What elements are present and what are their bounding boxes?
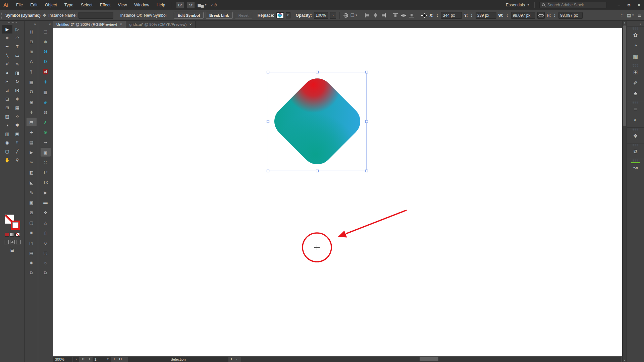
eraser-tool[interactable]: ◨ xyxy=(12,68,22,77)
eyedropper-tool[interactable]: ✧ xyxy=(12,112,22,121)
opacity-flyout-button[interactable]: › xyxy=(330,12,336,19)
panel-icon-export[interactable]: ➔ xyxy=(26,128,37,136)
document-tab-2[interactable]: grids.ai* @ 50% (CMYK/Preview)✕ xyxy=(126,21,196,28)
panel-icon-dots[interactable]: ∷ xyxy=(41,158,51,167)
arrange-icon[interactable]: ❏▼ xyxy=(351,13,358,18)
panel-icon-rows[interactable]: ▤ xyxy=(26,138,37,146)
panel-icon-copy[interactable]: ⧉ xyxy=(41,268,51,277)
panel-icon-half[interactable]: ◧ xyxy=(26,168,37,177)
color-guide-panel-icon[interactable]: ◔ xyxy=(630,40,641,51)
menu-effect[interactable]: Effect xyxy=(96,3,114,7)
panel-icon-sun[interactable]: ☼ xyxy=(41,258,51,267)
artboards-panel-icon[interactable]: ⧉ xyxy=(630,146,641,157)
last-artboard-button[interactable]: ⏵⏵ xyxy=(117,357,124,361)
menu-view[interactable]: View xyxy=(114,3,130,7)
symbols-panel-icon[interactable]: ♣ xyxy=(630,88,641,99)
panel-menu-icon[interactable]: ≣ xyxy=(638,13,641,18)
x-input[interactable] xyxy=(441,12,462,19)
scale-tool[interactable]: ⊿ xyxy=(2,86,12,95)
panel-icon-opentype[interactable]: O xyxy=(26,87,37,96)
opacity-input[interactable] xyxy=(314,12,328,19)
panel-icon-page[interactable]: ▯ xyxy=(41,228,51,237)
panel-icon-shade[interactable]: ⬒ xyxy=(26,118,37,126)
restore-button[interactable]: ⧉ xyxy=(624,1,634,9)
menu-file[interactable]: File xyxy=(12,3,26,7)
rotate-tool[interactable]: ↻ xyxy=(12,77,22,86)
panel-icon-sheet[interactable]: ▢ xyxy=(41,248,51,257)
menu-help[interactable]: Help xyxy=(153,3,169,7)
reference-point-icon[interactable] xyxy=(421,13,427,18)
panel-icon-flare[interactable]: ✹ xyxy=(26,258,37,267)
minimize-button[interactable]: – xyxy=(614,1,624,9)
mesh-tool[interactable]: ▦ xyxy=(12,103,22,112)
panel-icon-grid[interactable]: ⣿ xyxy=(26,27,37,36)
layers-panel-icon[interactable]: ❖ xyxy=(630,130,641,141)
zoom-level-field[interactable]: 300% xyxy=(53,357,72,362)
gradient-tool[interactable]: ▨ xyxy=(2,112,12,121)
paintbrush-tool[interactable]: ✐ xyxy=(2,60,12,68)
hand-tool[interactable]: ✋ xyxy=(2,156,12,164)
type-tool[interactable]: T xyxy=(12,42,22,51)
vertical-scrollbar[interactable]: ▲ ▼ xyxy=(622,21,627,362)
scissors-tool[interactable]: ✂ xyxy=(2,77,12,86)
canvas[interactable] xyxy=(53,28,622,356)
panel-icon-play[interactable]: ▶ xyxy=(26,148,37,157)
rectangle-tool[interactable]: ▭ xyxy=(12,51,22,60)
dock-panels-icon[interactable]: ▤▼ xyxy=(627,13,634,18)
draw-normal-button[interactable] xyxy=(4,240,9,244)
pen-tool[interactable]: ✒ xyxy=(2,42,12,51)
panel-icon-fill[interactable]: ▣ xyxy=(26,198,37,207)
y-input[interactable] xyxy=(476,12,496,19)
blob-brush-tool[interactable]: ● xyxy=(2,68,12,77)
gradient-panel-icon[interactable]: ▧ xyxy=(630,51,641,62)
slice-tool[interactable]: ╱ xyxy=(12,147,22,156)
panel-icon-frame[interactable]: ▢ xyxy=(26,218,37,227)
vertical-scrollbar-thumb[interactable] xyxy=(623,25,626,126)
instance-name-input[interactable] xyxy=(78,12,113,19)
panel-icon-align[interactable]: ✛ xyxy=(26,108,37,116)
width-tool[interactable]: ⋈ xyxy=(12,86,22,95)
panel-icon-bar[interactable]: ▬ xyxy=(41,198,51,207)
transform-grid-icon[interactable]: ∷ xyxy=(621,13,624,18)
panel-icon-corner[interactable]: ◣ xyxy=(26,178,37,187)
lasso-tool[interactable]: ◠ xyxy=(12,34,22,42)
panel-icon-character[interactable]: A xyxy=(26,57,37,66)
search-input[interactable] xyxy=(547,3,601,7)
panel-icon-edit[interactable]: ✎ xyxy=(26,188,37,197)
panel-icon-board[interactable]: ▣ xyxy=(41,148,51,157)
transparency-panel-icon[interactable]: ◐ xyxy=(630,115,641,125)
menu-object[interactable]: Object xyxy=(41,3,61,7)
menu-edit[interactable]: Edit xyxy=(26,3,41,7)
panel-icon-tri[interactable]: △ xyxy=(41,218,51,227)
gradient-button[interactable] xyxy=(10,233,14,237)
scroll-up-button[interactable]: ▲ xyxy=(623,21,627,24)
stroke-panel-icon[interactable]: ≡ xyxy=(630,104,641,115)
document-tab-1[interactable]: Untitled-2* @ 300% (RGB/Preview)✕ xyxy=(53,21,126,28)
previous-artboard-button[interactable]: ⏴ xyxy=(87,357,92,361)
panel-icon-align-cyan[interactable]: ✛ xyxy=(41,77,51,86)
expand-panel-button[interactable]: » xyxy=(34,21,38,27)
stroke-swatch-red[interactable] xyxy=(11,221,20,230)
collapse-dock-button[interactable]: « xyxy=(627,21,644,26)
constrain-proportions-button[interactable] xyxy=(537,12,545,19)
panel-icon-diamond[interactable]: ❖ xyxy=(41,208,51,217)
scroll-down-button[interactable]: ▼ xyxy=(623,359,627,361)
status-flyout-button[interactable]: ⏵ xyxy=(229,357,234,361)
swatches-panel-icon[interactable]: ⊞ xyxy=(630,67,641,77)
w-input[interactable] xyxy=(511,12,535,19)
edit-symbol-button[interactable]: Edit Symbol xyxy=(174,12,203,19)
h-input[interactable] xyxy=(558,12,583,19)
panel-icon-paragraph[interactable]: ¶ xyxy=(26,67,37,76)
stock-search-box[interactable] xyxy=(539,2,606,8)
panel-icon-cube[interactable]: ◇ xyxy=(41,238,51,247)
column-graph-tool[interactable]: ▥ xyxy=(2,129,12,138)
close-tab-icon[interactable]: ✕ xyxy=(120,23,122,26)
align-horizontal-center-button[interactable] xyxy=(372,13,378,18)
panel-icon-d-script[interactable]: D xyxy=(41,57,51,66)
panel-icon-target[interactable]: ◉ xyxy=(26,98,37,106)
replace-dropdown-button[interactable]: ▼ xyxy=(286,12,290,18)
bridge-button[interactable]: Br xyxy=(176,2,184,8)
close-button[interactable]: ✕ xyxy=(634,1,644,9)
replace-symbol-thumbnail[interactable] xyxy=(276,12,284,18)
symbol-instance-shape[interactable] xyxy=(268,72,367,171)
